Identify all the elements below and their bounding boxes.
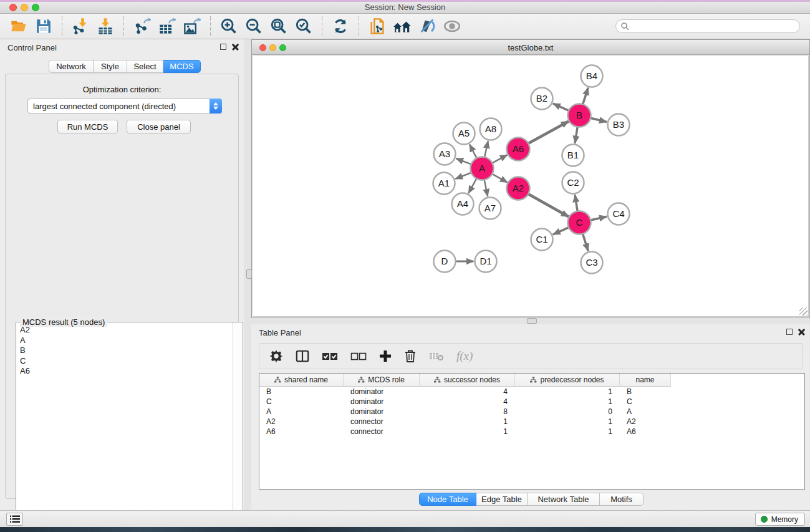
save-session-icon[interactable] [33, 16, 54, 37]
export-table-icon[interactable] [157, 16, 178, 37]
edge-C-C1[interactable] [553, 228, 569, 235]
table-row[interactable]: Adominator80A [259, 407, 804, 417]
tab-select[interactable]: Select [127, 60, 163, 73]
edge-C-C2[interactable] [575, 195, 577, 211]
table-tab-motifs[interactable]: Motifs [600, 493, 644, 506]
table-tab-edge-table[interactable]: Edge Table [476, 493, 528, 506]
node-B4[interactable]: B4 [581, 65, 603, 87]
zoom-selected-icon[interactable] [293, 16, 314, 37]
tab-mcds[interactable]: MCDS [163, 60, 201, 73]
tab-network[interactable]: Network [49, 60, 94, 73]
home-layout-icon[interactable] [392, 16, 413, 37]
refresh-icon[interactable] [330, 16, 351, 37]
node-A3[interactable]: A3 [434, 143, 456, 165]
float-table-panel-icon[interactable] [786, 329, 793, 335]
edge-B-B3[interactable] [591, 118, 607, 122]
edge-A-A8[interactable] [485, 141, 488, 157]
open-session-icon[interactable] [8, 16, 29, 37]
edge-A-A2[interactable] [492, 174, 508, 183]
node-B3[interactable]: B3 [608, 114, 630, 136]
node-A7[interactable]: A7 [480, 198, 501, 220]
node-A8[interactable]: A8 [480, 118, 502, 140]
table-row[interactable]: Bdominator41B [259, 387, 804, 397]
mcds-result-item[interactable]: A [17, 336, 232, 346]
node-D1[interactable]: D1 [475, 251, 497, 273]
edge-C-C3[interactable] [583, 234, 589, 251]
add-column-icon[interactable] [379, 347, 392, 365]
deselect-all-icon[interactable] [350, 347, 367, 365]
edge-A2-C[interactable] [528, 194, 569, 216]
edge-A-A6[interactable] [492, 155, 507, 163]
node-C[interactable]: C [568, 211, 591, 235]
node-C2[interactable]: C2 [562, 172, 584, 194]
import-network-icon[interactable] [70, 16, 91, 37]
task-history-button[interactable] [6, 513, 23, 526]
close-panel-icon[interactable] [232, 43, 239, 50]
float-panel-icon[interactable] [220, 44, 226, 50]
edge-A-A3[interactable] [456, 158, 471, 164]
node-C3[interactable]: C3 [581, 252, 603, 274]
node-A5[interactable]: A5 [453, 123, 475, 145]
mcds-result-item[interactable]: B [17, 346, 232, 356]
network-canvas[interactable]: B4B2BB3A8A5A6A3B1AA1C2A2A4A7C4CC1DC3D1 [253, 56, 809, 317]
node-B2[interactable]: B2 [531, 88, 553, 110]
node-A6[interactable]: A6 [507, 138, 530, 161]
column-header-name[interactable]: name [620, 374, 671, 387]
column-header-MCDS-role[interactable]: MCDS role [344, 374, 420, 387]
edge-A-A4[interactable] [468, 178, 476, 193]
column-header-shared-name[interactable]: shared name [259, 374, 344, 387]
edge-A-A5[interactable] [470, 144, 477, 158]
column-header-predecessor-nodes[interactable]: predecessor nodes [515, 374, 620, 387]
export-image-icon[interactable] [181, 16, 203, 37]
node-C1[interactable]: C1 [531, 229, 553, 251]
node-A[interactable]: A [471, 157, 494, 180]
network-from-file-icon[interactable] [367, 16, 388, 37]
node-A4[interactable]: A4 [452, 193, 474, 215]
settings-gear-icon[interactable] [269, 347, 283, 365]
mcds-result-item[interactable]: A2 [17, 325, 232, 336]
tab-style[interactable]: Style [94, 60, 127, 73]
table-row[interactable]: A2connector11A2 [259, 417, 804, 427]
result-scrollbar[interactable] [233, 322, 243, 532]
delete-column-icon[interactable] [404, 347, 417, 365]
table-row[interactable]: Cdominator41C [259, 397, 804, 407]
delete-table-icon[interactable] [429, 347, 444, 365]
mcds-result-item[interactable]: A6 [17, 366, 232, 377]
mcds-result-item[interactable]: C [17, 356, 232, 367]
resize-grip[interactable] [799, 307, 808, 316]
edge-A6-B[interactable] [528, 121, 569, 143]
select-all-icon[interactable] [322, 347, 338, 365]
close-table-panel-icon[interactable] [798, 328, 805, 335]
export-network-icon[interactable] [132, 16, 153, 37]
node-A2[interactable]: A2 [507, 177, 530, 200]
table-tab-node-table[interactable]: Node Table [419, 493, 476, 506]
horizontal-divider-handle[interactable] [527, 318, 537, 324]
node-B1[interactable]: B1 [562, 145, 584, 167]
node-B[interactable]: B [568, 104, 591, 127]
table-row[interactable]: A6connector11A6 [259, 427, 804, 437]
node-A1[interactable]: A1 [433, 173, 455, 195]
edge-A-A7[interactable] [485, 180, 488, 196]
table-tab-network-table[interactable]: Network Table [528, 493, 600, 506]
zoom-in-icon[interactable] [218, 16, 239, 37]
criterion-dropdown[interactable]: largest connected component (directed) [27, 99, 222, 114]
split-table-icon[interactable] [296, 347, 309, 365]
edge-B-B1[interactable] [575, 127, 577, 143]
edge-B-B2[interactable] [553, 104, 569, 110]
zoom-fit-icon[interactable] [268, 16, 289, 37]
node-D[interactable]: D [434, 251, 456, 273]
run-mcds-button[interactable]: Run MCDS [57, 120, 118, 133]
edge-A-A1[interactable] [455, 173, 471, 179]
hide-labels-icon[interactable] [417, 16, 438, 37]
node-C4[interactable]: C4 [608, 203, 630, 225]
search-input[interactable] [615, 19, 800, 33]
edge-B-B4[interactable] [583, 88, 589, 105]
function-builder-icon[interactable]: f(x) [456, 349, 473, 363]
vertical-divider-handle[interactable] [246, 269, 252, 279]
import-table-icon[interactable] [95, 16, 116, 37]
show-graphics-details-icon[interactable] [441, 16, 463, 37]
close-panel-button[interactable]: Close panel [127, 120, 191, 133]
edge-C-C4[interactable] [591, 216, 607, 220]
zoom-out-icon[interactable] [243, 16, 264, 37]
memory-button[interactable]: Memory [755, 513, 805, 526]
